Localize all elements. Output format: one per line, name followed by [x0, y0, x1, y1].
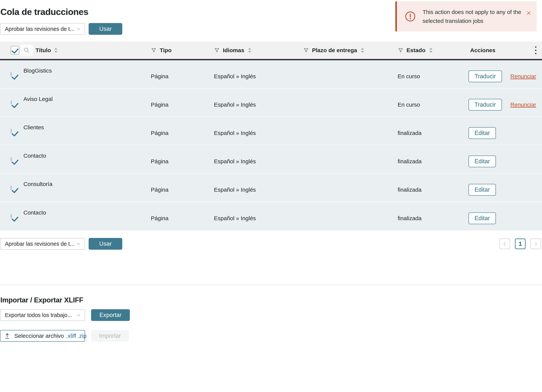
cell-languages: Español » Inglés [212, 186, 301, 193]
row-checkbox[interactable] [11, 214, 12, 218]
column-label-deadline: Plazo de entrega [312, 47, 357, 54]
close-icon[interactable] [525, 9, 532, 17]
row-checkbox[interactable] [11, 72, 12, 76]
cell-actions: Editar [467, 212, 542, 224]
filter-icon[interactable] [303, 47, 309, 53]
apply-bulk-action-button[interactable]: Usar [89, 238, 122, 250]
translate-button[interactable]: Traducir [468, 71, 502, 82]
header-cell-status: Estado [396, 47, 467, 54]
cell-status: finalizada [396, 186, 467, 193]
cell-type: Página [148, 215, 212, 222]
filter-icon[interactable] [151, 47, 157, 53]
warning-icon [405, 11, 416, 22]
cell-checkbox [0, 158, 23, 161]
chevron-down-icon [76, 312, 81, 318]
apply-bulk-action-button[interactable]: Usar [89, 23, 122, 35]
select-all-checkbox[interactable] [11, 46, 19, 55]
chevron-down-icon [76, 26, 81, 32]
translation-queue-page: Cola de traducciones This action does no… [0, 0, 542, 342]
bulk-actions-toolbar-bottom: Aprobar las revisiones de t... Usar 1 [0, 238, 542, 250]
import-toolbar: Seleccionar archivo .xliff .zip Importar [0, 330, 542, 342]
column-label-status: Estado [406, 47, 425, 54]
table-row: Contacto Página Español » Inglés finaliz… [0, 145, 542, 174]
cell-type: Página [148, 73, 212, 80]
cell-checkbox [0, 214, 23, 218]
edit-button[interactable]: Editar [468, 212, 496, 224]
header-cell-type: Tipo [148, 47, 212, 54]
bulk-action-select[interactable]: Aprobar las revisiones de t... [0, 238, 85, 250]
filter-icon[interactable] [398, 47, 403, 53]
cell-status: En curso [396, 102, 467, 108]
cell-actions: Traducir Renunciar [467, 71, 542, 82]
renounce-link[interactable]: Renunciar [510, 102, 536, 108]
cell-languages: Español » Inglés [212, 130, 301, 136]
cell-status: finalizada [396, 130, 467, 136]
import-button[interactable]: Importar [91, 330, 129, 342]
sort-icon[interactable] [247, 47, 252, 53]
next-page-button[interactable] [531, 239, 541, 249]
header-cell-languages: Idiomas [212, 47, 301, 54]
chevron-down-icon [76, 241, 81, 246]
sort-icon[interactable] [428, 47, 433, 53]
cell-checkbox [0, 101, 23, 104]
cell-checkbox [0, 186, 23, 189]
cell-actions: Editar [467, 127, 542, 139]
cell-status: En curso [396, 73, 467, 80]
cell-actions: Traducir Renunciar [467, 99, 542, 111]
chevron-left-icon [502, 241, 508, 247]
header-cell-actions: Acciones [467, 47, 542, 54]
edit-button[interactable]: Editar [468, 127, 496, 139]
cell-languages: Español » Inglés [212, 215, 301, 222]
table-row: Consultoría Página Español » Inglés fina… [0, 174, 542, 202]
cell-status: finalizada [396, 158, 467, 165]
header-cell-title: Título [23, 45, 148, 56]
cell-type: Página [148, 158, 212, 165]
cell-actions: Editar [467, 156, 542, 167]
cell-title: Clientes [23, 124, 148, 131]
cell-title: Contacto [23, 209, 148, 216]
upload-icon [4, 332, 11, 339]
translate-button[interactable]: Traducir [468, 99, 502, 111]
renounce-link[interactable]: Renunciar [510, 73, 536, 80]
row-checkbox[interactable] [11, 129, 12, 133]
row-checkbox[interactable] [11, 185, 12, 190]
row-checkbox[interactable] [11, 157, 12, 161]
import-export-heading: Importar / Exportar XLIFF [0, 296, 542, 305]
export-toolbar: Exportar todos los trabajo... Exportar [0, 309, 542, 321]
export-scope-select[interactable]: Exportar todos los trabajo... [0, 309, 85, 321]
cell-checkbox [0, 129, 23, 133]
sort-icon[interactable] [360, 47, 365, 53]
edit-button[interactable]: Editar [468, 184, 496, 196]
current-page-button[interactable]: 1 [515, 239, 526, 249]
cell-languages: Español » Inglés [212, 73, 301, 80]
cell-title: Consultoría [23, 181, 148, 187]
table-row: Clientes Página Español » Inglés finaliz… [0, 117, 542, 145]
export-button[interactable]: Exportar [91, 309, 130, 321]
cell-languages: Español » Inglés [212, 158, 301, 165]
column-label-type: Tipo [160, 47, 172, 54]
column-label-actions: Acciones [470, 47, 495, 54]
cell-type: Página [148, 186, 212, 193]
chevron-right-icon [533, 241, 539, 247]
select-file-button[interactable]: Seleccionar archivo .xliff .zip [0, 330, 85, 342]
row-checkbox[interactable] [11, 100, 12, 105]
column-label-title: Título [36, 47, 51, 54]
prev-page-button[interactable] [499, 239, 510, 249]
filter-icon[interactable] [214, 47, 220, 53]
alert-message: This action does not apply to any of the… [423, 8, 522, 25]
export-scope-selected-value: Exportar todos los trabajo... [5, 312, 72, 318]
search-icon[interactable] [20, 45, 33, 56]
table-row: BlogGistics Página Español » Inglés En c… [0, 60, 542, 89]
bulk-action-selected-value: Aprobar las revisiones de t... [5, 26, 75, 32]
bulk-action-selected-value: Aprobar las revisiones de t... [5, 241, 75, 247]
table-row: Aviso Legal Página Español » Inglés En c… [0, 89, 542, 117]
sort-icon[interactable] [54, 47, 58, 53]
bulk-action-select[interactable]: Aprobar las revisiones de t... [0, 23, 85, 35]
cell-type: Página [148, 102, 212, 108]
kebab-menu-icon[interactable] [533, 45, 538, 56]
header-cell-checkbox [0, 46, 23, 55]
table-row: Contacto Página Español » Inglés finaliz… [0, 202, 542, 230]
select-file-label: Seleccionar archivo [14, 333, 64, 339]
cell-type: Página [148, 130, 212, 136]
edit-button[interactable]: Editar [468, 156, 496, 167]
